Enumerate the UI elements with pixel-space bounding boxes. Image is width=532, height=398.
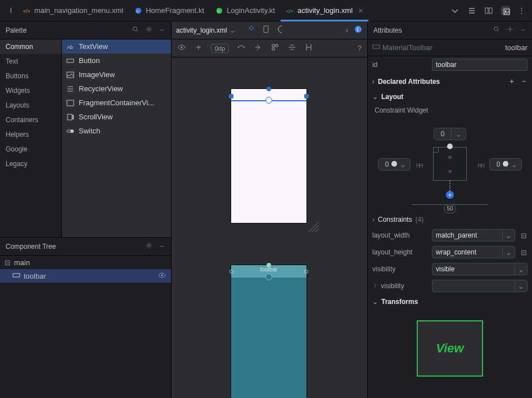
tab-home-fragment[interactable]: C HomeFragment.kt bbox=[129, 1, 210, 21]
palette-cat-buttons[interactable]: Buttons bbox=[0, 69, 61, 83]
default-margin[interactable]: 0dp bbox=[211, 44, 229, 53]
constraint-handle-right[interactable] bbox=[304, 270, 308, 274]
remove-icon[interactable]: － bbox=[521, 77, 528, 86]
resize-corner-icon[interactable] bbox=[308, 221, 320, 233]
tree-toolbar[interactable]: toolbar bbox=[0, 269, 171, 283]
property-flag-icon[interactable]: ⊟ bbox=[520, 248, 528, 257]
tab-main-nav[interactable]: </> main_navigation_menu.xml bbox=[17, 1, 129, 21]
palette-item-label: FragmentContainerVi... bbox=[79, 99, 154, 107]
id-input[interactable] bbox=[432, 59, 528, 71]
chevron-down-icon[interactable]: ⌄ bbox=[229, 26, 236, 34]
palette-cat-helpers[interactable]: Helpers bbox=[0, 127, 61, 142]
tools-visibility-dropdown[interactable]: ⌄ bbox=[432, 280, 528, 292]
palette-item-scrollview[interactable]: ScrollView bbox=[62, 110, 171, 124]
svg-text:i: i bbox=[357, 26, 358, 33]
tabs-dropdown-icon[interactable] bbox=[450, 6, 459, 15]
svg-text:C: C bbox=[137, 8, 139, 12]
add-icon[interactable]: ＋ bbox=[508, 77, 515, 86]
blueprint-preview[interactable]: toolbar bbox=[231, 265, 307, 398]
info-icon[interactable]: i bbox=[354, 25, 363, 35]
autoconnect-icon[interactable] bbox=[194, 43, 203, 53]
palette-item-button[interactable]: Button bbox=[62, 53, 171, 68]
help-icon[interactable]: ? bbox=[358, 44, 362, 52]
constraints-header[interactable]: › Constraints (4) bbox=[368, 212, 532, 227]
palette-item-imageview[interactable]: ImageView bbox=[62, 68, 171, 82]
palette-item-recyclerview[interactable]: RecyclerView bbox=[62, 82, 171, 96]
constraint-handle-left[interactable] bbox=[229, 270, 233, 274]
tab-activity-login-xml[interactable]: </> activity_login.xml × bbox=[281, 1, 368, 21]
gear-icon[interactable] bbox=[145, 242, 153, 251]
selected-toolbar-blueprint[interactable]: toolbar bbox=[231, 265, 306, 278]
add-bottom-constraint-icon[interactable]: + bbox=[446, 191, 454, 199]
design-preview[interactable] bbox=[231, 88, 307, 223]
pack-icon[interactable] bbox=[304, 43, 313, 53]
constraint-handle-top[interactable] bbox=[267, 87, 271, 91]
constraint-widget[interactable]: 0 ⌄ 0 ⌄ 0 ⌄ »» + 50 HH HH bbox=[368, 117, 532, 212]
chevron-down-icon[interactable]: ⌄ bbox=[502, 248, 515, 257]
chevron-down-icon[interactable]: ⌄ bbox=[515, 265, 527, 274]
declared-attrs-header[interactable]: › Declared Attributes ＋ － bbox=[368, 73, 532, 90]
left-anchor[interactable] bbox=[391, 161, 397, 167]
palette-cat-containers[interactable]: Containers bbox=[0, 113, 61, 127]
palette-item-switch[interactable]: Switch bbox=[62, 124, 171, 138]
baseline-handle[interactable] bbox=[265, 274, 272, 280]
design-canvas[interactable]: toolbar bbox=[172, 57, 367, 398]
resize-handle-left[interactable] bbox=[229, 94, 233, 99]
hide-icon[interactable]: － bbox=[159, 242, 165, 251]
chevron-down-icon[interactable]: ⌄ bbox=[507, 159, 521, 170]
search-icon[interactable] bbox=[493, 25, 501, 35]
gear-icon[interactable] bbox=[145, 25, 153, 35]
infer-constraints-icon[interactable] bbox=[254, 43, 263, 53]
palette-cat-layouts[interactable]: Layouts bbox=[0, 98, 61, 113]
layout-header[interactable]: ⌄ Layout bbox=[368, 90, 532, 104]
tab-truncated[interactable]: l bbox=[4, 1, 17, 21]
bias-value[interactable]: 50 bbox=[444, 204, 456, 213]
guidelines-icon[interactable] bbox=[270, 43, 279, 53]
palette-cat-text[interactable]: Text bbox=[0, 54, 61, 69]
layout-width-dropdown[interactable]: match_parent ⌄ bbox=[432, 229, 515, 242]
constraint-handle-top[interactable] bbox=[267, 263, 271, 267]
toolbar-icon bbox=[12, 271, 20, 281]
palette-item-fragmentcontainer[interactable]: FragmentContainerVi... bbox=[62, 96, 171, 110]
visibility-icon[interactable] bbox=[157, 271, 166, 281]
clear-constraints-icon[interactable] bbox=[237, 43, 246, 53]
tab-login-activity[interactable]: C LoginActivity.kt bbox=[210, 1, 281, 21]
gear-icon[interactable] bbox=[506, 25, 514, 35]
hide-icon[interactable]: － bbox=[520, 25, 526, 35]
chevron-right-icon[interactable]: › bbox=[346, 26, 348, 34]
property-flag-icon[interactable]: ⊟ bbox=[520, 231, 528, 240]
chevron-down-icon[interactable]: ⌄ bbox=[515, 282, 527, 290]
align-icon[interactable] bbox=[287, 43, 296, 53]
palette-item-textview[interactable]: Ab TextView bbox=[62, 39, 171, 53]
chevron-down-icon[interactable]: ⌄ bbox=[451, 128, 466, 140]
chevron-down-icon[interactable]: ⌄ bbox=[395, 159, 410, 170]
viewmode-design-icon[interactable] bbox=[247, 25, 256, 35]
palette-cat-widgets[interactable]: Widgets bbox=[0, 83, 61, 98]
eye-icon[interactable] bbox=[177, 43, 186, 53]
night-mode-icon[interactable] bbox=[276, 25, 285, 35]
margin-top-value[interactable]: 0 bbox=[434, 128, 451, 140]
close-tab-icon[interactable]: × bbox=[358, 6, 363, 15]
transforms-header[interactable]: ⌄ Transforms bbox=[368, 294, 532, 309]
search-icon[interactable] bbox=[132, 25, 139, 35]
visibility-dropdown[interactable]: visible ⌄ bbox=[432, 263, 528, 275]
palette-cat-legacy[interactable]: Legacy bbox=[0, 156, 61, 171]
split-icon[interactable] bbox=[484, 6, 493, 15]
editor-file-name[interactable]: activity_login.xml bbox=[176, 26, 227, 34]
chevron-down-icon[interactable]: ⌄ bbox=[502, 231, 515, 240]
orientation-icon[interactable] bbox=[262, 25, 270, 35]
selected-toolbar-design[interactable] bbox=[231, 89, 306, 101]
baseline-handle[interactable] bbox=[265, 97, 272, 104]
resize-handle-right[interactable] bbox=[304, 94, 309, 99]
margin-top-input[interactable]: 0 ⌄ bbox=[434, 128, 466, 140]
more-icon[interactable]: ⋮ bbox=[518, 6, 525, 15]
palette-cat-google[interactable]: Google bbox=[0, 142, 61, 156]
right-anchor[interactable] bbox=[503, 161, 508, 167]
layout-height-dropdown[interactable]: wrap_content ⌄ bbox=[432, 246, 515, 258]
hide-icon[interactable]: － bbox=[159, 25, 165, 35]
design-icon[interactable] bbox=[501, 6, 510, 15]
top-anchor[interactable] bbox=[447, 144, 453, 149]
palette-cat-common[interactable]: Common bbox=[0, 39, 61, 54]
tree-root[interactable]: ⊟ main bbox=[0, 256, 171, 269]
list-icon[interactable] bbox=[467, 6, 476, 15]
